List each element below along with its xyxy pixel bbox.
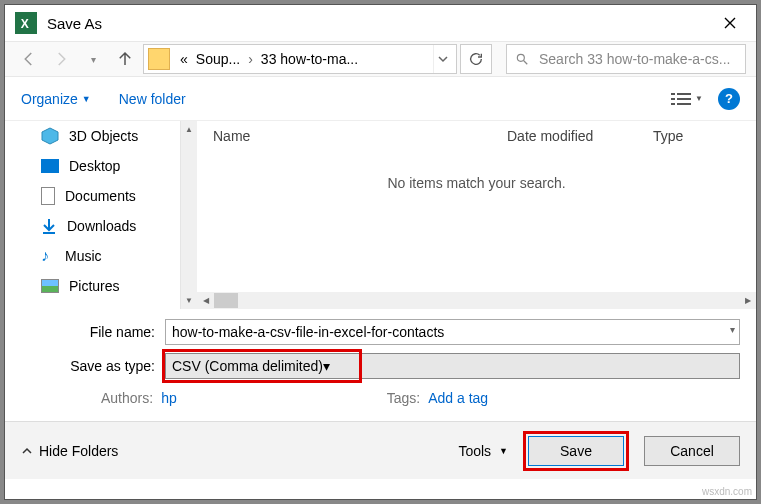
toolbar: Organize ▼ New folder ▼ ? — [5, 77, 756, 121]
svg-point-2 — [517, 54, 524, 61]
view-options-button[interactable]: ▼ — [668, 85, 706, 113]
breadcrumb-seg1[interactable]: Soup... — [192, 51, 244, 67]
new-folder-button[interactable]: New folder — [119, 91, 186, 107]
titlebar: X Save As — [5, 5, 756, 41]
svg-rect-5 — [671, 98, 675, 100]
empty-message: No items match your search. — [197, 151, 756, 292]
scroll-thumb[interactable] — [214, 293, 238, 308]
chevron-down-icon[interactable]: ▾ — [730, 324, 735, 335]
column-date[interactable]: Date modified — [507, 128, 653, 144]
horizontal-scrollbar[interactable]: ◀ ▶ — [197, 292, 756, 309]
file-name-input[interactable]: how-to-make-a-csv-file-in-excel-for-cont… — [165, 319, 740, 345]
tree-item-documents[interactable]: Documents — [5, 181, 197, 211]
scroll-right-icon[interactable]: ▶ — [739, 296, 756, 305]
chevron-down-icon[interactable]: ▾ — [323, 358, 330, 374]
svg-rect-8 — [677, 103, 691, 105]
organize-button[interactable]: Organize ▼ — [21, 91, 91, 107]
excel-icon: X — [15, 12, 37, 34]
save-as-type-dropdown[interactable]: CSV (Comma delimited) ▾ — [165, 353, 740, 379]
tree-scrollbar[interactable]: ▲▼ — [180, 121, 197, 309]
save-button[interactable]: Save — [528, 436, 624, 466]
chevron-up-icon — [21, 445, 33, 457]
authors-value[interactable]: hp — [161, 390, 177, 406]
downloads-icon — [41, 218, 57, 234]
tree-item-downloads[interactable]: Downloads — [5, 211, 197, 241]
breadcrumb-ellipsis[interactable]: « — [176, 51, 192, 67]
help-button[interactable]: ? — [718, 88, 740, 110]
tags-label: Tags: — [387, 390, 420, 406]
chevron-right-icon[interactable]: › — [244, 51, 257, 67]
column-headers: Name Date modified Type — [197, 121, 756, 151]
address-bar[interactable]: « Soup... › 33 how-to-ma... — [143, 44, 457, 74]
scroll-up-icon[interactable]: ▲ — [181, 121, 197, 138]
save-as-type-label: Save as type: — [21, 358, 165, 374]
address-dropdown[interactable] — [433, 45, 452, 73]
column-type[interactable]: Type — [653, 128, 756, 144]
music-icon: ♪ — [41, 247, 55, 265]
close-button[interactable] — [708, 5, 752, 41]
documents-icon — [41, 187, 55, 205]
svg-rect-7 — [671, 103, 675, 105]
scroll-down-icon[interactable]: ▼ — [181, 292, 197, 309]
search-box[interactable] — [506, 44, 746, 74]
chevron-down-icon: ▼ — [82, 94, 91, 104]
hide-folders-button[interactable]: Hide Folders — [21, 443, 118, 459]
tree-item-3d-objects[interactable]: 3D Objects — [5, 121, 197, 151]
pictures-icon — [41, 279, 59, 293]
nav-bar: ▾ « Soup... › 33 how-to-ma... — [5, 41, 756, 77]
tree-item-desktop[interactable]: Desktop — [5, 151, 197, 181]
tree-item-pictures[interactable]: Pictures — [5, 271, 197, 301]
cancel-button[interactable]: Cancel — [644, 436, 740, 466]
svg-text:X: X — [21, 17, 29, 31]
svg-rect-6 — [677, 98, 691, 100]
svg-rect-4 — [677, 93, 691, 95]
folder-icon — [148, 48, 170, 70]
chevron-down-icon: ▼ — [695, 94, 703, 103]
tags-value[interactable]: Add a tag — [428, 390, 488, 406]
3d-objects-icon — [41, 127, 59, 145]
watermark: wsxdn.com — [702, 486, 752, 497]
save-fields: File name: how-to-make-a-csv-file-in-exc… — [5, 309, 756, 421]
svg-rect-3 — [671, 93, 675, 95]
forward-button[interactable] — [47, 45, 75, 73]
file-list: Name Date modified Type No items match y… — [197, 121, 756, 309]
folder-tree[interactable]: 3D Objects Desktop Documents Downloads ♪… — [5, 121, 197, 309]
recent-dropdown[interactable]: ▾ — [79, 45, 107, 73]
save-as-dialog: X Save As ▾ « Soup... › 33 how-to-ma... — [4, 4, 757, 500]
authors-label: Authors: — [101, 390, 153, 406]
search-input[interactable] — [537, 50, 737, 68]
file-name-label: File name: — [21, 324, 165, 340]
refresh-button[interactable] — [460, 44, 492, 74]
button-bar: Hide Folders Tools ▼ Save Cancel — [5, 421, 756, 479]
svg-marker-9 — [42, 128, 58, 144]
scroll-left-icon[interactable]: ◀ — [197, 296, 214, 305]
column-name[interactable]: Name — [197, 128, 507, 144]
desktop-icon — [41, 159, 59, 173]
tree-item-music[interactable]: ♪Music — [5, 241, 197, 271]
up-button[interactable] — [111, 45, 139, 73]
chevron-down-icon: ▼ — [499, 446, 508, 456]
breadcrumb-seg2[interactable]: 33 how-to-ma... — [257, 51, 362, 67]
window-title: Save As — [47, 15, 102, 32]
back-button[interactable] — [15, 45, 43, 73]
tools-dropdown[interactable]: Tools ▼ — [458, 443, 508, 459]
